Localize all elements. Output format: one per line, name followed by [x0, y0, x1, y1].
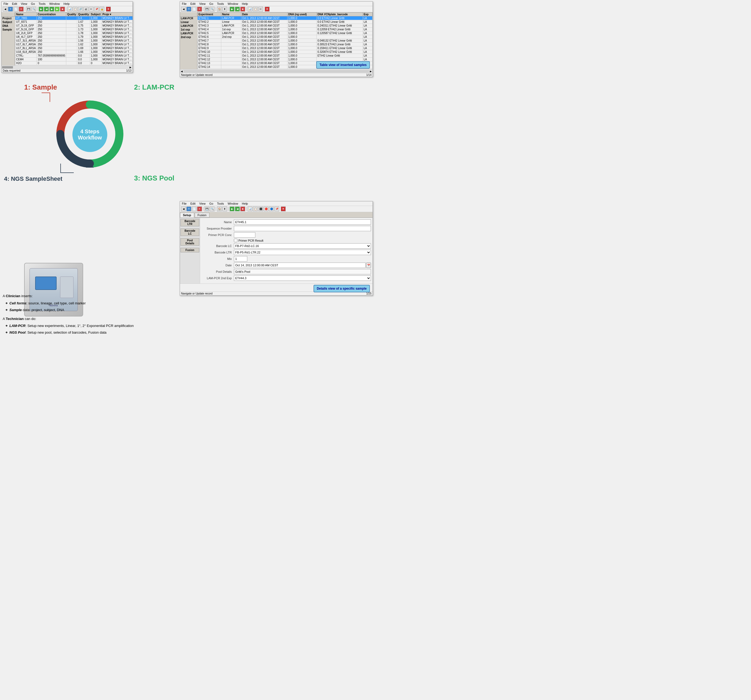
tb5[interactable]: ✂ [89, 7, 94, 12]
table-row[interactable]: U7_5L16_GFP 250 1.73 1,000 MONKEY BRAIN … [15, 28, 133, 31]
br-red-btn[interactable]: ■ [240, 207, 245, 211]
table-row[interactable]: ET#42.7 Oct 1, 2013 12:00:00 AM CEST 1,0… [198, 39, 372, 43]
table-row[interactable]: ET#42.5 LAM-PCR Oct 1, 2013 12:00:00 AM … [198, 31, 372, 35]
table-row[interactable]: ET#42.2 Linear Oct 1, 2013 12:00:00 AM C… [198, 20, 372, 24]
menu-edit[interactable]: Edit [11, 2, 18, 6]
tr-help-btn[interactable]: ? [186, 7, 191, 12]
sidebar-barcode-ltr[interactable]: BarcodeLTR [181, 219, 199, 226]
menu-tools[interactable]: Tools [38, 2, 46, 6]
tr-green2-btn[interactable]: ◀ [235, 7, 240, 12]
table-row[interactable]: U18_6L8_ARSA 250 1.66 1,000 MONKEY BRAIN… [15, 50, 133, 54]
br-tb1[interactable]: 📊 [247, 207, 252, 211]
tr-menu-window[interactable]: Window [227, 2, 239, 6]
tr-tb1[interactable]: 📊 [247, 7, 252, 12]
tb1[interactable]: 📊 [67, 7, 72, 12]
barcode-lc-select[interactable]: FB-P7-Rd2-LC.16 [234, 243, 371, 249]
table-row[interactable]: ET#42.12 Oct 1, 2013 12:00:00 AM CEST 1,… [198, 58, 372, 62]
green2-btn[interactable]: ◀ [44, 7, 49, 12]
primer-result-checkbox[interactable] [234, 239, 237, 242]
scrollbar-thumb[interactable] [2, 66, 13, 68]
sidebar-fusion[interactable]: Fusion [181, 248, 199, 252]
table-row[interactable]: CEM4 100 0.0 1,000 MONKEY BRAIN LV TREAT… [15, 58, 133, 62]
table-row[interactable]: ET#42.8 Oct 1, 2013 12:00:00 AM CEST 1,0… [198, 43, 372, 46]
table-row[interactable]: ET#42.13 Oct 1, 2013 12:00:00 AM CEST 1,… [198, 62, 372, 65]
tr-tb2[interactable]: 📋 [253, 7, 258, 12]
top-left-table-scroll[interactable]: Name Concentration Quality Quantity Subj… [15, 12, 133, 65]
br-menu-go[interactable]: Go [209, 202, 214, 206]
tb7[interactable]: 🔒 [99, 7, 104, 12]
tr-nav-btn[interactable]: 🏠 [217, 7, 222, 12]
table-row[interactable]: ET#42.9 Oct 1, 2013 12:00:00 AM CEST 1,0… [198, 46, 372, 50]
table-row[interactable]: UT_7865 250 1.4 1,000 MONKEY BRAIN LV TR… [15, 16, 133, 20]
menu-go[interactable]: Go [30, 2, 36, 6]
tr-scrollbar[interactable]: ◀ ▶ Table view of inserted samples [180, 69, 372, 73]
close-x-btn[interactable]: ✕ [106, 7, 111, 12]
table-row[interactable]: CTRL- 767.059999999999995 0.0 1,000 MONK… [15, 54, 133, 58]
table-row[interactable]: ET#42.14 Oct 1, 2013 12:00:00 AM CEST 1,… [198, 65, 372, 69]
help-btn[interactable]: ? [8, 7, 13, 12]
menu-file[interactable]: File [3, 2, 9, 6]
name-input[interactable] [234, 219, 371, 225]
tr-menu-tools[interactable]: Tools [216, 2, 225, 6]
primer-conc-input[interactable] [234, 232, 255, 238]
table-row[interactable]: U17_8L1_ARSA 250 1.69 1,000 MONKEY BRAIN… [15, 46, 133, 50]
br-delete-btn[interactable]: ✕ [197, 207, 202, 211]
date-picker-btn[interactable]: 📅 [366, 263, 371, 268]
tb3[interactable]: 🔗 [78, 7, 83, 12]
menu-window[interactable]: Window [49, 2, 60, 6]
seq-provider-input[interactable] [234, 226, 371, 231]
br-menu-edit[interactable]: Edit [190, 202, 196, 206]
br-tb3[interactable]: ⬛ [258, 207, 263, 211]
br-green2-btn[interactable]: ◀ [235, 207, 240, 211]
tr-close-x-btn[interactable]: ✕ [265, 7, 270, 12]
br-nav2[interactable]: ⬆ [223, 207, 227, 211]
table-row[interactable]: U17_3L5_ARSA 250 1.56 1,000 MONKEY BRAIN… [15, 39, 133, 43]
save-btn[interactable]: 💾 [26, 7, 31, 12]
pool-details-input[interactable] [234, 269, 371, 274]
table-row[interactable]: UT_8371 250 1.67 1,000 MONKEY BRAIN LV T… [15, 20, 133, 24]
tb6[interactable]: 📌 [94, 7, 99, 12]
br-back-btn[interactable]: ◀ [181, 207, 186, 211]
table-row[interactable]: U17_6L7_ARSA 250 1.62 1,000 MONKEY BRAIN… [15, 43, 133, 46]
table-row[interactable]: U7_3L19_GFP 250 1.75 1,000 MONKEY BRAIN … [15, 24, 133, 28]
search-btn[interactable]: 🔍 [31, 7, 36, 12]
tr-green1-btn[interactable]: ▶ [230, 7, 235, 12]
mix-input[interactable] [234, 256, 247, 261]
green1-btn[interactable]: ▶ [39, 7, 43, 12]
br-tb6[interactable]: 📌 [274, 207, 279, 211]
tab-setup[interactable]: Setup [180, 213, 194, 218]
red-btn[interactable]: ■ [60, 7, 65, 12]
tb4[interactable]: 🖨 [83, 7, 88, 12]
tr-new-btn[interactable]: 📄 [192, 7, 196, 12]
lam-pcr-select[interactable]: ET#44.3 [234, 275, 371, 281]
table-row[interactable]: ET#42.4 1st exp Oct 1, 2013 12:00:00 AM … [198, 28, 372, 31]
br-tb4[interactable]: 🔴 [264, 207, 269, 211]
table-row[interactable]: ET#42.6 2nd exp Oct 1, 2013 12:00:00 AM … [198, 35, 372, 39]
sidebar-barcode-lc[interactable]: BarcodeLC [181, 229, 199, 236]
green3-btn[interactable]: ▶ [49, 7, 54, 12]
tab-fusion[interactable]: Fusion [195, 213, 210, 218]
br-nav1[interactable]: 🏠 [217, 207, 222, 211]
tr-back-btn[interactable]: ◀ [181, 7, 186, 12]
table-row[interactable]: ET#42.3 LAM-PCR Oct 1, 2013 12:00:00 AM … [198, 24, 372, 28]
sidebar-pool-details[interactable]: PoolDetails [181, 238, 199, 246]
table-row[interactable]: ET#42.10 Oct 1, 2013 12:00:00 AM CEST 1,… [198, 50, 372, 54]
tr-menu-file[interactable]: File [181, 2, 187, 6]
table-row[interactable]: U8_2L8_GFP 250 1.78 1,000 MONKEY BRAIN L… [15, 31, 133, 35]
tr-delete-btn[interactable]: ✕ [197, 7, 202, 12]
delete-btn[interactable]: ✕ [19, 7, 23, 12]
green4-btn[interactable]: ▶ [55, 7, 60, 12]
br-menu-tools[interactable]: Tools [216, 202, 225, 206]
table-row[interactable]: H2O 0 0.0 0 MONKEY BRAIN LV TREATED 1...… [15, 62, 133, 65]
tr-red-btn[interactable]: ■ [240, 7, 245, 12]
br-tb5[interactable]: 🔵 [269, 207, 274, 211]
br-tb2[interactable]: 📋 [253, 207, 258, 211]
top-right-table-scroll[interactable]: Experiment Name Date DNA (ng used) DNA V… [198, 12, 372, 69]
date-input[interactable] [234, 263, 366, 268]
table-row[interactable]: ET#42.1 LAM-PCR Oct 1, 2013 12:00:00 AM … [198, 16, 372, 20]
br-menu-file[interactable]: File [181, 202, 187, 206]
br-menu-window[interactable]: Window [227, 202, 239, 206]
br-help-btn[interactable]: ? [186, 207, 191, 211]
br-menu-view[interactable]: View [198, 202, 207, 206]
tr-tb3[interactable]: ✂ [258, 7, 263, 12]
